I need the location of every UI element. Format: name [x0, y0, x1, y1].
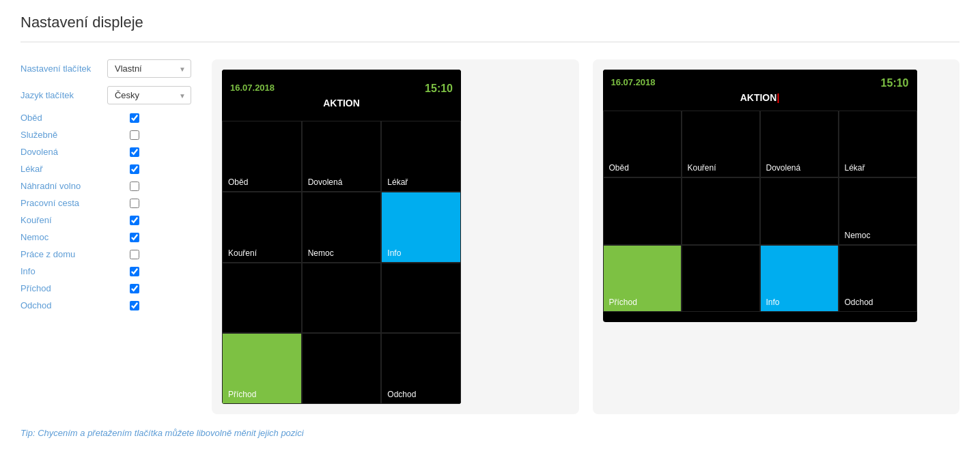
btn-cell-8[interactable]: Příchod: [603, 245, 682, 312]
small-preview: 16.07.2018 15:10 AKTION| ObědKouřeníDovo…: [593, 59, 960, 414]
btn-cell-4[interactable]: [603, 177, 682, 244]
buttons-select[interactable]: Vlastní Výchozí: [107, 59, 191, 78]
large-date: 16.07.2018: [230, 83, 275, 95]
btn-cell-11[interactable]: Odchod: [839, 245, 917, 312]
checkboxes-container: ObědSlužebněDovolenáLékařNáhradní volnoP…: [20, 113, 191, 310]
checkbox-input-0[interactable]: [130, 113, 139, 123]
checkbox-label-10: Příchod: [20, 283, 130, 293]
language-setting-label: Jazyk tlačítek: [20, 90, 107, 100]
checkbox-label-8: Práce z domu: [20, 249, 130, 259]
checkbox-row-10: Příchod: [20, 283, 191, 293]
btn-cell-8[interactable]: [381, 263, 461, 334]
btn-cell-6[interactable]: [222, 263, 302, 334]
btn-cell-6[interactable]: [760, 177, 839, 244]
large-action: AKTION: [323, 98, 360, 108]
small-date: 16.07.2018: [611, 77, 656, 89]
checkbox-label-11: Odchod: [20, 300, 130, 310]
checkbox-label-6: Kouření: [20, 215, 130, 225]
btn-cell-9[interactable]: [682, 245, 760, 312]
btn-cell-1[interactable]: Kouření: [682, 111, 760, 177]
small-header-inner: 16.07.2018 15:10 AKTION|: [611, 77, 909, 103]
btn-cell-2[interactable]: Lékař: [381, 121, 461, 192]
checkbox-label-7: Nemoc: [20, 232, 130, 242]
btn-cell-9[interactable]: Příchod: [222, 333, 302, 404]
large-buttons-grid: ObědDovolenáLékařKouřeníNemocInfoPříchod…: [222, 121, 461, 404]
checkbox-input-6[interactable]: [130, 216, 139, 225]
btn-cell-2[interactable]: Dovolená: [760, 111, 839, 177]
checkbox-input-3[interactable]: [130, 164, 139, 174]
btn-cell-5[interactable]: Info: [381, 192, 461, 263]
checkbox-label-4: Náhradní volno: [20, 181, 130, 191]
tip-text: Tip: Chycením a přetažením tlačítka může…: [20, 428, 960, 438]
checkbox-row-2: Dovolená: [20, 147, 191, 157]
large-header-top-row: 16.07.2018 15:10: [230, 83, 453, 95]
small-header-top-row: 16.07.2018 15:10: [611, 77, 909, 89]
checkbox-input-9[interactable]: [130, 267, 139, 276]
language-select[interactable]: Česky English Deutsch: [107, 86, 191, 104]
page-title: Nastavení displeje: [20, 14, 960, 31]
checkbox-input-5[interactable]: [130, 199, 139, 208]
large-time: 15:10: [425, 83, 453, 95]
checkbox-row-8: Práce z domu: [20, 249, 191, 259]
btn-cell-4[interactable]: Nemoc: [302, 192, 382, 263]
btn-cell-3[interactable]: Lékař: [839, 111, 917, 177]
checkbox-input-4[interactable]: [130, 182, 139, 191]
checkbox-row-5: Pracovní cesta: [20, 198, 191, 208]
checkbox-row-6: Kouření: [20, 215, 191, 225]
btn-cell-7[interactable]: Nemoc: [839, 177, 917, 244]
language-select-wrapper: Česky English Deutsch ▼: [107, 86, 191, 104]
divider: [20, 42, 960, 42]
checkbox-row-11: Odchod: [20, 300, 191, 310]
checkbox-input-7[interactable]: [130, 233, 139, 242]
main-layout: Nastavení tlačítek Vlastní Výchozí ▼ Jaz…: [20, 59, 960, 414]
btn-cell-1[interactable]: Dovolená: [302, 121, 382, 192]
page-container: Nastavení displeje Nastavení tlačítek Vl…: [0, 0, 980, 449]
large-screen-header: 16.07.2018 15:10 AKTION: [222, 70, 461, 121]
checkbox-label-3: Lékař: [20, 164, 130, 174]
btn-cell-10[interactable]: [302, 333, 382, 404]
small-action: AKTION|: [740, 92, 780, 103]
checkbox-input-10[interactable]: [130, 284, 139, 293]
small-action-text: AKTION: [740, 92, 777, 103]
small-header-bottom-row: AKTION|: [611, 92, 909, 103]
checkbox-input-1[interactable]: [130, 130, 139, 140]
buttons-setting-row: Nastavení tlačítek Vlastní Výchozí ▼: [20, 59, 191, 78]
checkbox-label-2: Dovolená: [20, 147, 130, 157]
language-setting-row: Jazyk tlačítek Česky English Deutsch ▼: [20, 86, 191, 104]
checkbox-input-8[interactable]: [130, 250, 139, 259]
checkbox-label-0: Oběd: [20, 113, 130, 123]
previews-area: 16.07.2018 15:10 AKTION ObědDovolenáLéka…: [212, 59, 960, 414]
large-screen: 16.07.2018 15:10 AKTION ObědDovolenáLéka…: [222, 70, 461, 404]
btn-cell-11[interactable]: Odchod: [381, 333, 461, 404]
btn-cell-10[interactable]: Info: [760, 245, 839, 312]
large-header-inner: 16.07.2018 15:10 AKTION: [230, 83, 453, 108]
large-preview: 16.07.2018 15:10 AKTION ObědDovolenáLéka…: [212, 59, 579, 414]
checkbox-label-9: Info: [20, 266, 130, 276]
small-screen-header: 16.07.2018 15:10 AKTION|: [603, 70, 917, 111]
checkbox-row-9: Info: [20, 266, 191, 276]
buttons-setting-label: Nastavení tlačítek: [20, 63, 107, 74]
small-buttons-grid: ObědKouřeníDovolenáLékařNemocPříchodInfo…: [603, 111, 917, 312]
checkbox-row-4: Náhradní volno: [20, 181, 191, 191]
btn-cell-0[interactable]: Oběd: [222, 121, 302, 192]
checkbox-input-2[interactable]: [130, 147, 139, 157]
settings-panel: Nastavení tlačítek Vlastní Výchozí ▼ Jaz…: [20, 59, 191, 317]
small-time: 15:10: [881, 77, 909, 89]
small-action-dot: |: [776, 92, 779, 103]
checkbox-row-3: Lékař: [20, 164, 191, 174]
checkbox-label-1: Služebně: [20, 130, 130, 140]
small-screen: 16.07.2018 15:10 AKTION| ObědKouřeníDovo…: [603, 70, 917, 322]
checkbox-row-7: Nemoc: [20, 232, 191, 242]
btn-cell-3[interactable]: Kouření: [222, 192, 302, 263]
checkbox-input-11[interactable]: [130, 301, 139, 310]
checkbox-row-1: Služebně: [20, 130, 191, 140]
btn-cell-5[interactable]: [682, 177, 760, 244]
large-header-bottom-row: AKTION: [230, 98, 453, 108]
checkbox-row-0: Oběd: [20, 113, 191, 123]
checkbox-label-5: Pracovní cesta: [20, 198, 130, 208]
buttons-select-wrapper: Vlastní Výchozí ▼: [107, 59, 191, 78]
btn-cell-7[interactable]: [302, 263, 382, 334]
btn-cell-0[interactable]: Oběd: [603, 111, 682, 177]
